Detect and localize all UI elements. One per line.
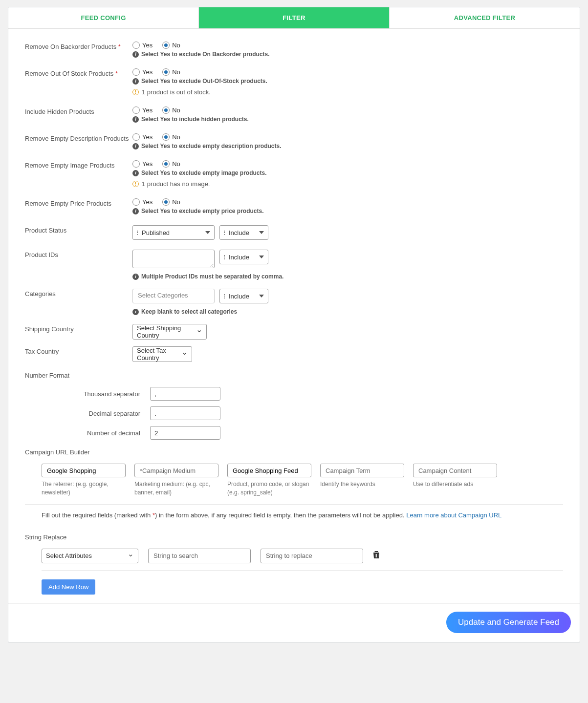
categories-input[interactable]: Select Categories: [132, 289, 215, 303]
decimal-sep-input[interactable]: [150, 406, 220, 420]
campaign-title: Campaign URL Builder: [25, 448, 563, 456]
update-generate-button[interactable]: Update and Generate Feed: [446, 612, 571, 633]
ship-select[interactable]: Select Shipping Country: [132, 324, 207, 340]
tab-advanced-filter[interactable]: ADVANCED FILTER: [390, 7, 580, 28]
label-tax: Tax Country: [25, 346, 132, 355]
campaign-medium-input[interactable]: [134, 464, 218, 477]
decimal-count-input[interactable]: [150, 426, 220, 440]
backorder-yes-radio[interactable]: [132, 42, 140, 49]
label-categories: Categories: [25, 289, 132, 298]
add-row-button[interactable]: Add New Row: [42, 579, 95, 595]
info-icon: i: [132, 309, 139, 315]
emptyimage-no-radio[interactable]: [162, 160, 170, 168]
string-replace-title: String Replace: [25, 533, 563, 541]
status-mode-select[interactable]: Include: [219, 225, 268, 240]
info-icon: i: [132, 78, 139, 85]
emptydesc-yes-radio[interactable]: [132, 133, 140, 141]
hidden-help: iSelect Yes to include hidden products.: [132, 116, 563, 123]
tab-filter[interactable]: FILTER: [199, 7, 390, 28]
campaign-source-input[interactable]: [42, 464, 126, 477]
filter-panel: FEED CONFIG FILTER ADVANCED FILTER Remov…: [8, 7, 580, 642]
info-icon: i: [132, 274, 139, 280]
label-backorder: Remove On Backorder Products *: [25, 42, 132, 50]
campaign-grid: The referrer: (e.g. google, newsletter) …: [42, 464, 563, 497]
campaign-term-help: Identify the keywords: [320, 480, 404, 489]
warning-icon: !: [132, 181, 139, 187]
ids-mode-select[interactable]: Include: [219, 250, 268, 264]
info-icon: i: [132, 116, 139, 123]
campaign-message: Fill out the required fields (marked wit…: [25, 510, 563, 520]
categories-mode-select[interactable]: Include: [219, 289, 268, 303]
campaign-content-help: Use to differentiate ads: [413, 480, 497, 489]
emptyimage-help: iSelect Yes to exclude empty image produ…: [132, 170, 563, 176]
campaign-content-input[interactable]: [413, 464, 497, 477]
info-icon: i: [132, 51, 139, 58]
emptyimage-yes-radio[interactable]: [132, 160, 140, 168]
outofstock-help: iSelect Yes to exclude Out-Of-Stock prod…: [132, 78, 563, 85]
thousand-sep-label: Thousand separator: [25, 390, 150, 398]
form-content: Remove On Backorder Products * Yes No iS…: [8, 29, 580, 603]
label-emptydesc: Remove Empty Description Products: [25, 133, 132, 142]
thousand-sep-input[interactable]: [150, 387, 220, 401]
tabs: FEED CONFIG FILTER ADVANCED FILTER: [8, 7, 580, 29]
outofstock-warning: !1 product is out of stock.: [132, 88, 563, 96]
label-emptyimage: Remove Empty Image Products: [25, 160, 132, 169]
categories-help: iKeep blank to select all categories: [132, 308, 563, 315]
tab-feed-config[interactable]: FEED CONFIG: [8, 7, 199, 28]
tax-select[interactable]: Select Tax Country: [132, 346, 192, 362]
campaign-term-input[interactable]: [320, 464, 404, 477]
warning-icon: !: [132, 89, 139, 95]
number-format-title: Number Format: [25, 372, 563, 379]
ids-input[interactable]: [132, 250, 215, 268]
emptydesc-no-radio[interactable]: [162, 133, 170, 141]
outofstock-yes-radio[interactable]: [132, 68, 140, 76]
label-ids: Product IDs: [25, 250, 132, 258]
emptyprice-help: iSelect Yes to exclude empty price produ…: [132, 208, 563, 214]
label-ship: Shipping Country: [25, 324, 132, 333]
campaign-name-help: Product, promo code, or slogan (e.g. spr…: [227, 480, 311, 497]
label-emptyprice: Remove Empty Price Products: [25, 198, 132, 207]
outofstock-no-radio[interactable]: [162, 68, 170, 76]
campaign-medium-help: Marketing medium: (e.g. cpc, banner, ema…: [134, 480, 218, 497]
emptydesc-help: iSelect Yes to exclude empty description…: [132, 143, 563, 149]
status-select[interactable]: Published: [132, 225, 215, 240]
info-icon: i: [132, 208, 139, 214]
campaign-learn-more-link[interactable]: Learn more about Campaign URL: [406, 511, 501, 519]
emptyimage-warning: !1 product has no image.: [132, 180, 563, 188]
info-icon: i: [132, 170, 139, 176]
decimal-count-label: Number of decimal: [25, 429, 150, 437]
label-outofstock: Remove Out Of Stock Products *: [25, 68, 132, 77]
attribute-select[interactable]: Select Attributes: [42, 549, 138, 563]
trash-icon[interactable]: [373, 551, 380, 561]
emptyprice-yes-radio[interactable]: [132, 198, 140, 206]
hidden-yes-radio[interactable]: [132, 107, 140, 114]
backorder-no-radio[interactable]: [162, 42, 170, 49]
search-string-input[interactable]: [148, 549, 251, 563]
ids-help: iMultiple Product IDs must be separated …: [132, 273, 563, 280]
campaign-name-input[interactable]: [227, 464, 311, 477]
backorder-help: iSelect Yes to exclude On Backorder prod…: [132, 51, 563, 58]
label-status: Product Status: [25, 225, 132, 234]
replace-string-input[interactable]: [261, 549, 363, 563]
emptyprice-no-radio[interactable]: [162, 198, 170, 206]
decimal-sep-label: Decimal separator: [25, 410, 150, 417]
hidden-no-radio[interactable]: [162, 107, 170, 114]
label-hidden: Include Hidden Products: [25, 107, 132, 115]
info-icon: i: [132, 143, 139, 149]
campaign-source-help: The referrer: (e.g. google, newsletter): [42, 480, 126, 497]
